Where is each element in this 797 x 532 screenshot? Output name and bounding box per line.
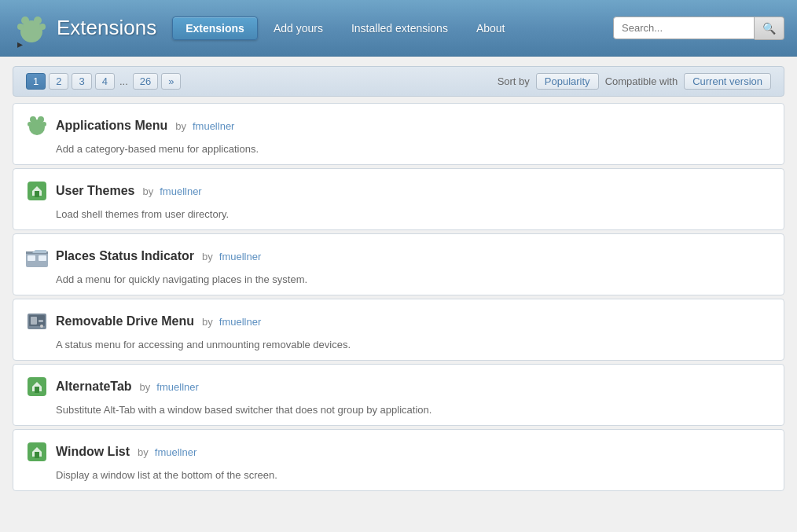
sort-label: Sort by [498, 75, 530, 87]
user-themes-icon [24, 178, 50, 204]
ext-desc: Add a menu for quickly navigating places… [56, 273, 773, 285]
nav-add-yours[interactable]: Add yours [261, 17, 336, 39]
page-4-btn[interactable]: 4 [95, 73, 115, 90]
ext-title: AlternateTab [56, 380, 132, 394]
svg-point-8 [28, 122, 32, 127]
ext-item-applications-menu: Applications Menu by fmuellner Add a cat… [13, 103, 784, 165]
ext-by: by [175, 120, 186, 132]
svg-rect-19 [39, 320, 43, 322]
svg-rect-18 [31, 317, 37, 325]
ext-author-link[interactable]: fmuellner [160, 185, 201, 197]
ext-author-link[interactable]: fmuellner [219, 316, 261, 328]
search-button[interactable]: 🔍 [755, 17, 784, 40]
window-list-icon [24, 439, 50, 464]
page-next-btn[interactable]: » [161, 73, 181, 90]
ext-header: Places Status Indicator by fmuellner [24, 244, 773, 269]
ext-by: by [202, 251, 213, 262]
svg-point-6 [30, 116, 36, 123]
svg-point-2 [34, 17, 42, 24]
nav-about[interactable]: About [464, 17, 518, 39]
filter-bar: 1 2 3 4 ... 26 » Sort by Popularity Comp… [13, 66, 784, 97]
sort-dropdown[interactable]: Popularity [536, 73, 599, 90]
extensions-list: Applications Menu by fmuellner Add a cat… [13, 103, 784, 491]
nav-installed[interactable]: Installed extensions [339, 17, 461, 39]
top-bar: Extensions Extensions Add yours Installe… [0, 0, 797, 57]
gnome-logo [13, 9, 50, 47]
page-2-btn[interactable]: 2 [49, 73, 68, 90]
svg-point-4 [39, 24, 46, 30]
svg-point-20 [40, 325, 43, 328]
page-26-btn[interactable]: 26 [133, 73, 158, 90]
ext-by: by [138, 446, 149, 458]
svg-rect-11 [35, 191, 39, 197]
ext-header: User Themes by fmuellner [24, 178, 773, 204]
ext-desc: Add a category-based menu for applicatio… [56, 143, 773, 155]
ext-author-link[interactable]: fmuellner [155, 446, 196, 458]
ext-item-places-status: Places Status Indicator by fmuellner Add… [13, 233, 784, 295]
ext-header: AlternateTab by fmuellner [24, 374, 773, 399]
svg-rect-22 [35, 387, 39, 393]
ext-header: Removable Drive Menu by fmuellner [24, 309, 773, 334]
search-input[interactable] [613, 17, 755, 39]
svg-point-1 [21, 17, 29, 24]
applications-menu-icon [24, 113, 50, 138]
ext-author-link[interactable]: fmuellner [219, 251, 261, 262]
ext-by: by [143, 185, 154, 197]
ext-item-user-themes: User Themes by fmuellner Load shell them… [13, 168, 784, 230]
ext-header: Window List by fmuellner [24, 439, 773, 464]
logo-area: Extensions [13, 9, 156, 47]
svg-rect-15 [39, 255, 46, 261]
ext-title: Window List [56, 445, 130, 459]
ext-item-alternate-tab: AlternateTab by fmuellner Substitute Alt… [13, 364, 784, 426]
ext-desc: Load shell themes from user directory. [56, 208, 773, 220]
pagination: 1 2 3 4 ... 26 » [26, 73, 181, 90]
sort-area: Sort by Popularity Compatible with Curre… [498, 73, 771, 90]
removable-drive-icon [24, 309, 50, 334]
ext-title: Applications Menu [56, 119, 167, 133]
ext-by: by [140, 381, 151, 393]
places-status-icon [24, 244, 50, 269]
search-area: 🔍 [613, 17, 784, 40]
ext-desc: A status menu for accessing and unmounti… [56, 339, 773, 350]
ext-title: Places Status Indicator [56, 249, 194, 263]
ext-item-window-list: Window List by fmuellner Display a windo… [13, 429, 784, 491]
site-title: Extensions [57, 16, 156, 40]
compat-dropdown[interactable]: Current version [684, 73, 771, 90]
ext-desc: Substitute Alt-Tab with a window based s… [56, 404, 773, 416]
page-dots: ... [118, 75, 130, 87]
svg-rect-14 [28, 255, 35, 261]
svg-point-7 [38, 116, 44, 123]
ext-title: Removable Drive Menu [56, 314, 194, 328]
compat-label: Compatible with [605, 75, 678, 87]
ext-by: by [202, 316, 213, 328]
ext-title: User Themes [56, 184, 135, 198]
ext-author-link[interactable]: fmuellner [193, 120, 234, 132]
main-nav: Extensions Add yours Installed extension… [172, 17, 597, 40]
alternate-tab-icon [24, 374, 50, 399]
ext-author-link[interactable]: fmuellner [156, 381, 198, 393]
ext-item-removable-drive: Removable Drive Menu by fmuellner A stat… [13, 299, 784, 361]
svg-rect-24 [35, 452, 39, 458]
svg-point-3 [17, 24, 24, 30]
svg-point-9 [42, 122, 46, 127]
nav-extensions[interactable]: Extensions [172, 17, 258, 40]
page-1-btn[interactable]: 1 [26, 73, 46, 90]
page-3-btn[interactable]: 3 [72, 73, 91, 90]
ext-desc: Display a window list at the bottom of t… [56, 469, 773, 481]
ext-header: Applications Menu by fmuellner [24, 113, 773, 138]
